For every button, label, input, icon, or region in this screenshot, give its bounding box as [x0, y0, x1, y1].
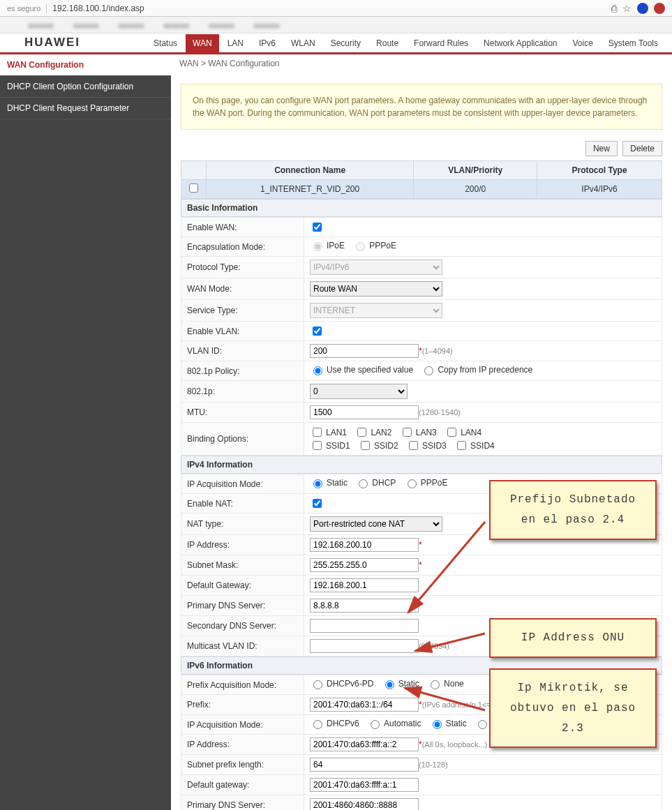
- label-dot1p-policy: 802.1p Policy:: [181, 361, 304, 381]
- annotation-prefix: Prefijo Subnetado en el paso 2.4: [489, 480, 657, 540]
- label-mtu: MTU:: [181, 403, 304, 423]
- ipv4-ip-input[interactable]: [310, 538, 419, 552]
- extension-icon[interactable]: [654, 3, 665, 14]
- label-ipv6-dns1: Primary DNS Server:: [181, 795, 304, 811]
- ipv4-dhcp-radio[interactable]: [359, 479, 368, 488]
- label-ipv4-ip: IP Address:: [181, 535, 304, 555]
- table-row[interactable]: 1_INTERNET_R_VID_200 200/0 IPv4/IPv6: [181, 180, 662, 199]
- annotation-ip-onu: IP Address ONU: [489, 618, 657, 658]
- col-vlan-priority: VLAN/Priority: [414, 161, 537, 180]
- enable-wan-checkbox[interactable]: [313, 223, 322, 232]
- prefix-none-radio[interactable]: [431, 680, 440, 689]
- label-ipv4-mask: Subnet Mask:: [181, 555, 304, 576]
- ipv6-none-radio[interactable]: [478, 720, 487, 729]
- label-ipv6-ip: IP Address:: [181, 735, 304, 755]
- service-type-select[interactable]: INTERNET: [310, 303, 442, 318]
- tab-system-tools[interactable]: System Tools: [602, 34, 665, 52]
- prefix-dhcpv6pd-radio[interactable]: [313, 680, 322, 689]
- ipv6-dhcpv6-radio[interactable]: [313, 720, 322, 729]
- encap-pppoe-radio[interactable]: [356, 242, 365, 251]
- top-nav: HUAWEI Status WAN LAN IPv6 WLAN Security…: [0, 33, 672, 54]
- label-vlan-id: VLAN ID:: [181, 341, 304, 361]
- bind-ssid1-checkbox[interactable]: [313, 441, 322, 450]
- ipv6-static-radio[interactable]: [433, 720, 442, 729]
- ipv6-plen-input[interactable]: [310, 758, 419, 772]
- bind-lan1-checkbox[interactable]: [313, 428, 322, 437]
- tab-lan[interactable]: LAN: [221, 34, 251, 52]
- label-binding: Binding Options:: [181, 423, 304, 456]
- label-ipv6-plen: Subnet prefix length:: [181, 755, 304, 775]
- wan-mode-select[interactable]: Route WAN: [310, 281, 442, 297]
- nav-tabs: Status WAN LAN IPv6 WLAN Security Route …: [147, 34, 665, 52]
- dot1p-select[interactable]: 0: [310, 384, 408, 399]
- label-ipv4-mvlan: Multicast VLAN ID:: [181, 636, 304, 657]
- connection-table: Connection Name VLAN/Priority Protocol T…: [181, 160, 662, 199]
- row-select-checkbox[interactable]: [189, 183, 198, 193]
- bookmark-bar: aaaaaaaaaaaaaaaaaa aaaaaaaaaaaaaaaaaa: [0, 17, 672, 33]
- label-prefix-acq: Prefix Acquisition Mode:: [181, 675, 304, 695]
- dot1p-copy-radio[interactable]: [424, 366, 433, 375]
- ipv6-ip-input[interactable]: [310, 737, 419, 751]
- protocol-type-select[interactable]: IPv4/IPv6: [310, 260, 442, 275]
- tab-route[interactable]: Route: [369, 34, 405, 52]
- tab-security[interactable]: Security: [324, 34, 368, 52]
- tab-forward-rules[interactable]: Forward Rules: [407, 34, 475, 52]
- ipv4-gw-input[interactable]: [310, 578, 419, 592]
- bind-ssid3-checkbox[interactable]: [409, 441, 418, 450]
- enable-nat-checkbox[interactable]: [313, 499, 322, 508]
- sidebar-item-wan-config[interactable]: WAN Configuration: [0, 54, 171, 76]
- col-connection-name: Connection Name: [207, 161, 414, 180]
- ipv4-mask-input[interactable]: [310, 558, 419, 572]
- bind-lan2-checkbox[interactable]: [357, 428, 366, 437]
- tab-status[interactable]: Status: [147, 34, 184, 52]
- ipv4-pppoe-radio[interactable]: [408, 479, 417, 488]
- translate-icon[interactable]: ⎙: [611, 3, 617, 14]
- tab-wlan[interactable]: WLAN: [284, 34, 322, 52]
- label-encap-mode: Encapsulation Mode:: [181, 237, 304, 257]
- ipv6-dns1-input[interactable]: [310, 798, 419, 810]
- prefix-static-radio[interactable]: [385, 680, 394, 689]
- label-wan-mode: WAN Mode:: [181, 278, 304, 300]
- ipv6-gw-input[interactable]: [310, 778, 419, 792]
- bind-lan4-checkbox[interactable]: [447, 428, 456, 437]
- ipv6-prefix-input[interactable]: [310, 698, 419, 712]
- sidebar-item-dhcp-request[interactable]: DHCP Client Request Parameter: [0, 98, 171, 119]
- label-ipv4-dns2: Secondary DNS Server:: [181, 616, 304, 636]
- bind-ssid4-checkbox[interactable]: [457, 441, 466, 450]
- section-ipv4: IPv4 Information: [181, 456, 662, 474]
- cell-connection-name: 1_INTERNET_R_VID_200: [207, 180, 414, 199]
- new-button[interactable]: New: [585, 141, 618, 156]
- ipv4-static-radio[interactable]: [313, 479, 322, 488]
- cell-vlan: 200/0: [414, 180, 537, 199]
- tab-voice[interactable]: Voice: [566, 34, 600, 52]
- tab-wan[interactable]: WAN: [186, 34, 219, 52]
- tab-network-application[interactable]: Network Application: [477, 34, 564, 52]
- label-enable-nat: Enable NAT:: [181, 494, 304, 513]
- content-area: WAN > WAN Configuration On this page, yo…: [171, 54, 672, 810]
- enable-vlan-checkbox[interactable]: [313, 327, 322, 336]
- breadcrumb: WAN > WAN Configuration: [171, 54, 672, 73]
- browser-toolbar-icons: ⎙ ☆: [611, 3, 665, 14]
- sidebar: WAN Configuration DHCP Client Option Con…: [0, 54, 171, 810]
- info-note: On this page, you can configure WAN port…: [181, 84, 662, 130]
- delete-button[interactable]: Delete: [622, 141, 662, 156]
- ipv6-auto-radio[interactable]: [371, 720, 380, 729]
- vlan-id-input[interactable]: [310, 344, 419, 358]
- bind-lan3-checkbox[interactable]: [403, 428, 412, 437]
- label-ipv4-dns1: Primary DNS Server:: [181, 596, 304, 616]
- sidebar-item-dhcp-option[interactable]: DHCP Client Option Configuration: [0, 76, 171, 98]
- ipv4-mvlan-input[interactable]: [310, 639, 419, 653]
- extension-icon[interactable]: [637, 3, 648, 14]
- favorite-icon[interactable]: ☆: [622, 3, 632, 14]
- label-ipv4-acq: IP Acquisition Mode:: [181, 474, 304, 494]
- mtu-input[interactable]: [310, 405, 419, 419]
- ipv4-dns2-input[interactable]: [310, 619, 419, 633]
- ipv4-dns1-input[interactable]: [310, 599, 419, 613]
- tab-ipv6[interactable]: IPv6: [252, 34, 283, 52]
- dot1p-specified-radio[interactable]: [313, 366, 322, 375]
- nat-type-select[interactable]: Port-restricted cone NAT: [310, 516, 442, 532]
- label-ipv6-prefix: Prefix:: [181, 695, 304, 715]
- bind-ssid2-checkbox[interactable]: [361, 441, 370, 450]
- encap-ipoe-radio[interactable]: [313, 242, 322, 251]
- annotation-mikrotik: Ip Mikrotik, se obtuvo en el paso 2.3: [489, 668, 657, 748]
